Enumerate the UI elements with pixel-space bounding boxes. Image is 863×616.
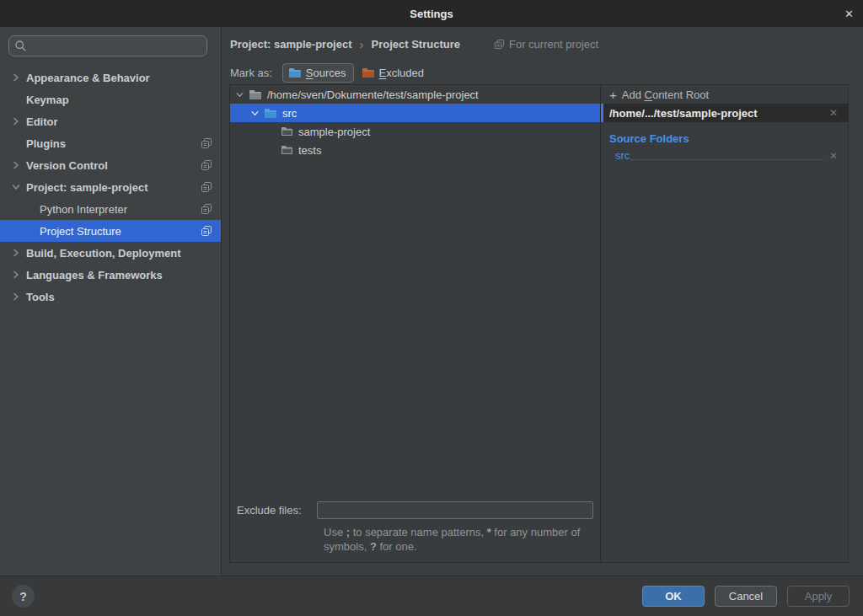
chevron-down-icon[interactable]	[234, 89, 247, 100]
sidebar-item-project-structure[interactable]: Project Structure	[0, 220, 221, 242]
chevron-right-icon[interactable]	[10, 247, 24, 259]
sidebar-item-label: Version Control	[26, 159, 108, 172]
settings-content: Project: sample-project › Project Struct…	[222, 27, 863, 576]
remove-content-root-icon[interactable]: ✕	[829, 107, 838, 119]
sidebar-item-languages-frameworks[interactable]: Languages & Frameworks	[0, 264, 221, 286]
exclude-files-input[interactable]	[317, 501, 593, 519]
dialog-title: Settings	[410, 8, 453, 20]
mark-excluded-button[interactable]: Excluded	[356, 63, 432, 83]
sidebar-item-label: Python Interpreter	[40, 203, 127, 216]
source-folder-icon	[264, 108, 277, 119]
chevron-right-icon[interactable]	[10, 72, 24, 83]
add-content-root-label: Add Content Root	[622, 88, 709, 101]
sidebar-item-label: Appearance & Behavior	[26, 72, 150, 84]
sidebar-item-plugins[interactable]: Plugins	[0, 132, 221, 154]
chevron-down-icon[interactable]	[10, 181, 24, 193]
settings-dialog: Settings ✕ Appearance & Behavior Keymap …	[0, 0, 863, 616]
close-icon[interactable]: ✕	[844, 0, 854, 27]
chevron-down-icon[interactable]	[249, 108, 262, 119]
source-folders-heading: Source Folders	[601, 130, 848, 147]
sidebar-item-project-sample-project[interactable]: Project: sample-project	[0, 176, 221, 198]
remove-source-folder-icon[interactable]: ✕	[829, 148, 838, 163]
tree-row-label: tests	[298, 144, 321, 157]
scope-indicator: For current project	[494, 38, 598, 51]
plus-icon: +	[609, 88, 617, 102]
tree-row-src[interactable]: src	[230, 104, 600, 122]
breadcrumb: Project: sample-project › Project Struct…	[230, 34, 863, 54]
excluded-folder-icon	[362, 67, 375, 78]
chevron-right-icon[interactable]	[10, 291, 24, 303]
sidebar-item-label: Build, Execution, Deployment	[26, 247, 180, 260]
sidebar-item-editor[interactable]: Editor	[0, 110, 221, 132]
source-folder-name: src	[615, 148, 630, 163]
mark-as-toolbar: Mark as: Sources Excluded	[230, 62, 863, 84]
per-project-settings-icon	[201, 203, 212, 215]
tree-row-sample-project[interactable]: sample-project	[230, 122, 600, 141]
tree-row-label: src	[282, 107, 297, 120]
per-project-settings-icon	[201, 159, 212, 171]
sidebar-item-label: Project: sample-project	[26, 181, 148, 194]
search-box[interactable]	[8, 35, 207, 56]
settings-sidebar: Appearance & Behavior Keymap Editor Plug…	[0, 27, 222, 576]
sidebar-item-label: Keymap	[26, 94, 69, 106]
sidebar-item-version-control[interactable]: Version Control	[0, 154, 221, 176]
chevron-right-icon[interactable]	[10, 269, 24, 281]
per-project-settings-icon	[201, 181, 212, 193]
mark-sources-button[interactable]: Sources	[282, 63, 354, 83]
folder-icon	[249, 89, 262, 100]
search-icon	[14, 40, 27, 52]
folder-icon	[281, 126, 293, 137]
sidebar-item-python-interpreter[interactable]: Python Interpreter	[0, 198, 221, 220]
tree-row-root[interactable]: /home/sven/Dokumente/test/sample-project	[230, 85, 600, 104]
tree-row-label: /home/sven/Dokumente/test/sample-project	[267, 88, 479, 101]
sidebar-item-label: Languages & Frameworks	[26, 269, 163, 281]
sources-folder-icon	[288, 67, 302, 78]
scope-label: For current project	[509, 38, 598, 51]
folder-icon	[281, 145, 293, 155]
dotted-leader	[630, 159, 824, 160]
sidebar-item-build-execution-deployment[interactable]: Build, Execution, Deployment	[0, 242, 221, 264]
breadcrumb-project[interactable]: Project: sample-project	[230, 38, 352, 51]
ok-button[interactable]: OK	[642, 586, 705, 607]
help-button[interactable]: ?	[12, 585, 35, 608]
content-root-tree: /home/sven/Dokumente/test/sample-project…	[230, 85, 601, 562]
sidebar-item-label: Plugins	[26, 137, 66, 150]
breadcrumb-separator: ›	[360, 39, 364, 50]
exclude-files-section: Exclude files: Use ; to separate name pa…	[230, 501, 600, 562]
cancel-button[interactable]: Cancel	[715, 586, 777, 607]
sidebar-item-label: Tools	[26, 291, 55, 303]
content-root-row[interactable]: /home/.../test/sample-project ✕	[601, 104, 848, 122]
mark-as-label: Mark as:	[230, 67, 272, 79]
chevron-right-icon[interactable]	[10, 159, 24, 171]
sidebar-item-label: Project Structure	[40, 225, 121, 238]
content-roots-panel: + Add Content Root /home/.../test/sample…	[601, 85, 848, 562]
tree-row-tests[interactable]: tests	[230, 141, 600, 159]
sidebar-item-keymap[interactable]: Keymap	[0, 88, 221, 110]
search-input[interactable]	[30, 40, 201, 52]
sources-label: Sources	[306, 67, 346, 79]
exclude-files-label: Exclude files:	[237, 504, 317, 517]
page-title: Project Structure	[372, 38, 460, 51]
tree-row-label: sample-project	[298, 126, 370, 138]
excluded-label: Excluded	[379, 67, 424, 79]
exclude-files-help: Use ; to separate name patterns, * for a…	[324, 525, 608, 554]
sidebar-item-label: Editor	[26, 115, 58, 128]
apply-button: Apply	[787, 586, 850, 607]
add-content-root-button[interactable]: + Add Content Root	[601, 85, 848, 104]
chevron-right-icon[interactable]	[10, 115, 24, 127]
per-project-settings-icon	[494, 39, 505, 50]
dialog-footer: ? OK Cancel Apply	[0, 576, 863, 616]
content-root-path: /home/.../test/sample-project	[609, 107, 829, 120]
titlebar: Settings ✕	[0, 0, 863, 27]
sidebar-item-appearance-behavior[interactable]: Appearance & Behavior	[0, 67, 221, 88]
sidebar-item-tools[interactable]: Tools	[0, 286, 221, 308]
per-project-settings-icon	[201, 137, 212, 149]
structure-panels: /home/sven/Dokumente/test/sample-project…	[229, 84, 849, 563]
source-folder-row[interactable]: src ✕	[601, 147, 848, 163]
per-project-settings-icon	[201, 225, 212, 237]
